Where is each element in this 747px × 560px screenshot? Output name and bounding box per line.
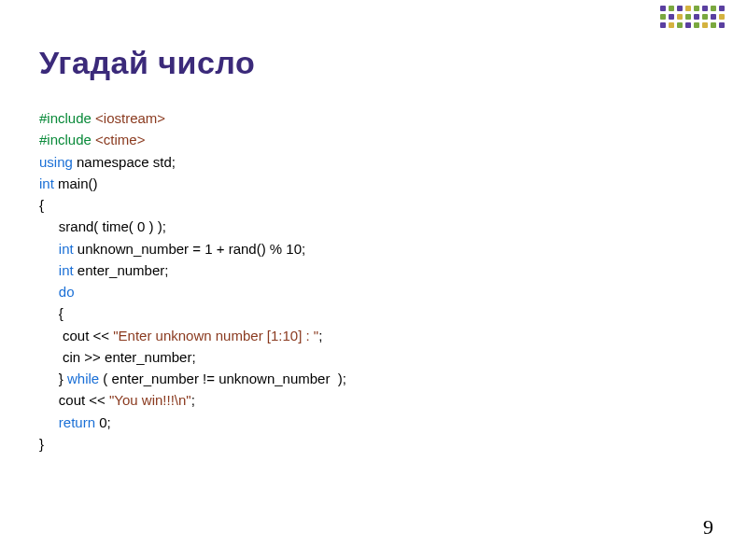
slide-title: Угадай число xyxy=(39,45,710,81)
code-text: cin >> enter_number; xyxy=(39,349,196,365)
string-literal: "You win!!!\n" xyxy=(109,392,191,408)
keyword: int xyxy=(59,241,78,257)
code-block: #include <iostream> #include <ctime> usi… xyxy=(39,107,710,455)
code-text: enter_number; xyxy=(78,262,169,278)
preproc: #include xyxy=(39,132,92,147)
keyword: int xyxy=(59,262,78,278)
slide: Угадай число #include <iostream> #includ… xyxy=(0,0,747,560)
code-text: } xyxy=(39,436,44,452)
keyword: return xyxy=(59,414,99,430)
code-pad xyxy=(39,414,59,430)
page-number: 9 xyxy=(703,515,713,539)
code-text: 0; xyxy=(99,414,111,430)
code-text: namespace std; xyxy=(77,154,176,170)
code-pad xyxy=(39,241,59,257)
code-text: { xyxy=(39,197,44,213)
code-text: { xyxy=(39,305,63,321)
code-pad xyxy=(39,284,59,300)
header-name: <iostream> xyxy=(92,110,165,126)
code-text: ( enter_number != unknown_number ); xyxy=(99,371,346,386)
header-name: <ctime> xyxy=(92,132,146,147)
keyword: using xyxy=(39,154,77,170)
code-pad: cout << xyxy=(39,328,113,343)
keyword: while xyxy=(67,371,99,386)
decorative-dots xyxy=(660,6,725,28)
keyword: int xyxy=(39,175,58,191)
string-literal: "Enter unknown number [1:10] : " xyxy=(113,328,318,343)
code-text: ; xyxy=(318,328,322,343)
code-text: ; xyxy=(191,392,195,408)
code-text: srand( time( 0 ) ); xyxy=(39,218,166,234)
code-pad xyxy=(39,262,59,278)
code-pad: } xyxy=(39,371,67,386)
preproc: #include xyxy=(39,110,92,126)
code-text: main() xyxy=(58,175,98,191)
code-pad: cout << xyxy=(39,392,109,408)
keyword: do xyxy=(59,284,75,300)
code-text: unknown_number = 1 + rand() % 10; xyxy=(78,241,305,257)
